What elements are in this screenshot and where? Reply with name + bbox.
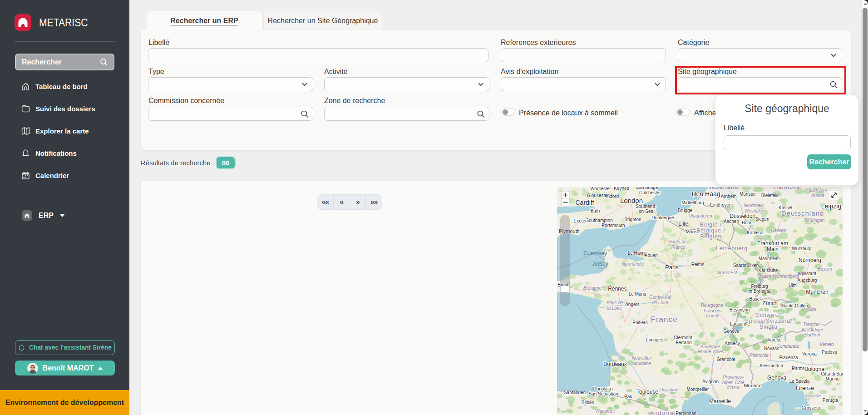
svg-text:Vlaanderen: Vlaanderen xyxy=(689,213,712,218)
svg-text:Annecy: Annecy xyxy=(725,341,740,346)
svg-text:Donostia /: Donostia / xyxy=(593,386,613,391)
svg-text:Worcester: Worcester xyxy=(590,187,611,191)
svg-text:Aachen: Aachen xyxy=(724,219,739,224)
svg-text:Perugia: Perugia xyxy=(823,398,838,403)
svg-text:Anhalt: Anhalt xyxy=(811,193,825,198)
svg-text:Le Havre: Le Havre xyxy=(628,251,646,256)
svg-text:Basel: Basel xyxy=(749,296,760,301)
svg-text:Mannheim: Mannheim xyxy=(759,256,780,261)
svg-text:Varese: Varese xyxy=(768,337,782,342)
svg-text:Svizra: Svizra xyxy=(760,324,777,330)
svg-text:Cambridge: Cambridge xyxy=(636,187,658,190)
svg-text:Avignon: Avignon xyxy=(702,379,719,384)
svg-text:Bilbao: Bilbao xyxy=(582,400,594,405)
svg-text:Grand Est: Grand Est xyxy=(716,270,737,275)
svg-text:Padova: Padova xyxy=(822,350,837,355)
svg-text:Bayern: Bayern xyxy=(818,267,832,272)
svg-text:Sankt Gallen: Sankt Gallen xyxy=(782,303,808,308)
svg-text:Nordrhein-: Nordrhein- xyxy=(744,203,765,208)
svg-text:Bordeaux: Bordeaux xyxy=(603,361,626,367)
svg-text:Münster: Münster xyxy=(740,192,756,197)
svg-text:Genova: Genova xyxy=(767,375,786,381)
svg-text:Toscana: Toscana xyxy=(804,393,821,398)
svg-text:Aquitaine: Aquitaine xyxy=(631,361,651,366)
svg-text:Frankfurt am: Frankfurt am xyxy=(757,240,788,247)
svg-text:Sachsen-: Sachsen- xyxy=(808,188,828,193)
svg-text:Navarra /: Navarra / xyxy=(596,409,615,414)
svg-text:Hauts-de-: Hauts-de- xyxy=(668,239,689,244)
svg-text:Besançon: Besançon xyxy=(730,307,750,312)
svg-text:Monaco: Monaco xyxy=(744,383,761,388)
svg-text:Lombardia: Lombardia xyxy=(777,344,799,349)
svg-text:Koblenz: Koblenz xyxy=(747,230,763,235)
svg-text:Exeter: Exeter xyxy=(574,218,587,223)
svg-text:Rennes: Rennes xyxy=(608,286,626,292)
svg-text:Genève: Genève xyxy=(723,329,739,334)
svg-text:Poitiers: Poitiers xyxy=(632,320,647,325)
svg-text:London: London xyxy=(620,197,643,204)
svg-text:Jersey: Jersey xyxy=(592,261,608,267)
svg-text:Brighton: Brighton xyxy=(624,217,641,222)
svg-text:Pau: Pau xyxy=(624,394,632,399)
svg-text:Angers: Angers xyxy=(625,302,640,307)
svg-text:Guernsey: Guernsey xyxy=(583,250,607,257)
svg-text:Parma: Parma xyxy=(792,366,805,371)
svg-text:Paris: Paris xyxy=(665,264,679,271)
svg-text:Andorra: Andorra xyxy=(650,410,674,415)
svg-text:Ulm: Ulm xyxy=(789,283,797,288)
svg-text:Le Mans: Le Mans xyxy=(629,291,646,296)
svg-text:La Spezia: La Spezia xyxy=(789,379,810,384)
svg-text:Bourgogne-: Bourgogne- xyxy=(701,303,725,308)
svg-text:Zürich: Zürich xyxy=(762,300,777,306)
svg-text:Piemonte: Piemonte xyxy=(750,353,769,358)
svg-text:Ferrand: Ferrand xyxy=(676,340,691,345)
svg-text:Trentino-: Trentino- xyxy=(803,322,821,327)
svg-text:Bielefeld: Bielefeld xyxy=(761,193,779,198)
svg-text:Letzebuerg: Letzebuerg xyxy=(716,245,748,252)
svg-text:Firenze: Firenze xyxy=(796,385,814,391)
svg-text:Karlsruhe: Karlsruhe xyxy=(759,268,778,273)
svg-text:San Sebastián: San Sebastián xyxy=(588,391,618,396)
svg-text:Den Haag: Den Haag xyxy=(691,190,720,198)
svg-text:Main: Main xyxy=(767,246,779,252)
svg-text:Brugge: Brugge xyxy=(678,208,693,213)
svg-text:Eindhoven: Eindhoven xyxy=(710,203,731,208)
svg-text:Westfalen: Westfalen xyxy=(745,208,765,213)
svg-text:Grosseto: Grosseto xyxy=(802,405,820,410)
svg-text:Südtirol: Südtirol xyxy=(804,332,820,337)
svg-text:Nouvelle-: Nouvelle- xyxy=(632,356,651,361)
svg-text:de Loire: de Loire xyxy=(652,300,669,305)
svg-text:Siegen: Siegen xyxy=(755,217,769,222)
svg-text:Città di San: Città di San xyxy=(821,371,843,376)
svg-text:Bonn: Bonn xyxy=(742,220,752,225)
svg-text:Santander: Santander xyxy=(564,390,585,395)
svg-text:Clermont-: Clermont- xyxy=(674,335,694,340)
svg-text:Ingolstadt: Ingolstadt xyxy=(796,271,816,276)
svg-text:Freiburg: Freiburg xyxy=(751,284,768,289)
svg-text:Augsburg: Augsburg xyxy=(798,278,817,283)
svg-text:Veneto: Veneto xyxy=(819,342,834,347)
svg-text:Alpes-Côte: Alpes-Côte xyxy=(721,380,745,385)
svg-text:Düsseldorf: Düsseldorf xyxy=(730,213,756,219)
svg-text:Limoges: Limoges xyxy=(646,337,663,342)
svg-text:Baden-Württemberg: Baden-Württemberg xyxy=(758,274,799,279)
svg-text:Portsmouth: Portsmouth xyxy=(602,223,625,228)
svg-text:Hannover: Hannover xyxy=(774,187,803,190)
svg-text:Cardiff: Cardiff xyxy=(576,199,594,206)
svg-text:Toulouse: Toulouse xyxy=(636,389,658,395)
svg-text:Würzburg: Würzburg xyxy=(792,246,811,251)
svg-text:Belgique /: Belgique / xyxy=(696,227,725,234)
svg-text:Belgié /: Belgié / xyxy=(700,222,722,228)
svg-text:Bath: Bath xyxy=(591,208,600,213)
svg-text:Reims: Reims xyxy=(691,262,704,267)
svg-text:Pays de: Pays de xyxy=(607,300,623,305)
svg-text:Belgien: Belgien xyxy=(700,233,721,240)
svg-text:Occitanie: Occitanie xyxy=(659,387,678,392)
svg-text:Rhône-Alpes: Rhône-Alpes xyxy=(698,349,724,354)
svg-text:München: München xyxy=(806,289,828,295)
svg-text:Suisse/Svizzera/: Suisse/Svizzera/ xyxy=(745,318,793,324)
svg-text:la Loire: la Loire xyxy=(607,306,622,311)
svg-text:Normandie: Normandie xyxy=(622,262,644,267)
svg-text:Keynes: Keynes xyxy=(614,187,629,191)
svg-text:Alto Adige/: Alto Adige/ xyxy=(801,327,824,332)
